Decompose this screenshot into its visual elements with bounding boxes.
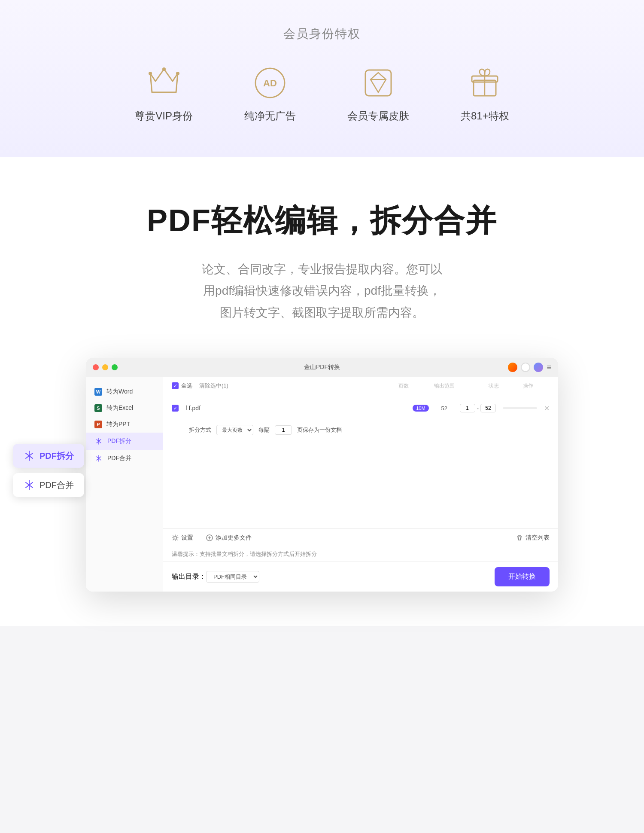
avatar-2 [521,363,530,372]
window-actions: ≡ [508,363,551,372]
output-label: 输出目录： [172,572,206,581]
check-mark: ✓ [173,383,177,389]
sidebar-item-ppt[interactable]: P 转为PPT [86,416,163,433]
window-controls [93,364,118,370]
membership-icons: 尊贵VIP身份 AD 纯净无广告 会员专属皮肤 [135,64,509,123]
ad-icon: AD [253,66,287,100]
file-status [503,407,537,409]
sidebar-item-word[interactable]: W 转为Word [86,384,163,400]
sidebar-item-split[interactable]: PDF拆分 [86,433,163,450]
file-checkbox[interactable]: ✓ [172,405,179,412]
pdf-main-title: PDF轻松编辑，拆分合并 [147,200,497,241]
subtitle-line2: 用pdf编辑快速修改错误内容，pdf批量转换， [202,280,442,302]
hint-bar: 温馨提示：支持批量文档拆分，请选择拆分方式后开始拆分 [163,547,558,561]
bottom-actions: 设置 添加更多文件 [172,534,252,542]
clear-icon [516,534,523,541]
toolbar: ✓ 全选 清除选中(1) 页数 输出范围 状态 操作 [163,377,558,395]
split-method-select[interactable]: 最大页数 [216,425,253,435]
gift-icon-wrap [465,64,504,102]
ad-icon-wrap: AD [251,64,289,102]
menu-icon[interactable]: ≡ [547,363,551,372]
sidebar-split-label: PDF拆分 [107,437,131,445]
crown-icon [147,66,181,100]
file-name: f f.pdf [185,405,406,412]
sidebar-split-icon [94,437,103,445]
word-icon: W [94,388,102,396]
avatar-3 [534,363,543,372]
membership-item-skin: 会员专属皮肤 [347,64,409,123]
membership-item-vip: 尊贵VIP身份 [135,64,193,123]
select-all-checkbox[interactable]: ✓ [172,382,179,389]
col-ops-header: 操作 [515,382,541,390]
range-from-input[interactable] [460,404,475,412]
interval-label: 每隔 [258,426,270,434]
diamond-icon-wrap [359,64,398,102]
close-window-btn[interactable] [93,364,99,370]
start-convert-button[interactable]: 开始转换 [495,567,550,586]
output-select[interactable]: PDF相同目录 [206,571,259,583]
file-remove-btn[interactable]: ✕ [544,404,550,412]
avatar-1 [508,363,517,372]
svg-point-2 [162,67,166,71]
output-row: 输出目录： PDF相同目录 开始转换 [163,561,558,592]
add-files-label: 添加更多文件 [216,534,252,542]
floating-merge[interactable]: PDF合并 [13,473,84,497]
floating-split[interactable]: PDF拆分 [13,444,84,468]
membership-item-privileges: 共81+特权 [461,64,509,123]
ad-label: 纯净无广告 [244,109,296,123]
split-method-label: 拆分方式 [189,426,211,434]
table-row: ✓ f f.pdf 10M 52 - ✕ [172,400,550,417]
select-all-label[interactable]: ✓ 全选 [172,382,192,390]
settings-action[interactable]: 设置 [172,534,193,542]
save-label: 页保存为一份文档 [297,426,342,434]
sidebar-excel-label: 转为Excel [106,404,133,412]
file-check-mark: ✓ [173,406,177,411]
add-files-action[interactable]: 添加更多文件 [206,534,252,542]
subtitle-line1: 论文、合同改字，专业报告提取内容。您可以 [202,259,442,280]
add-files-icon [206,534,213,541]
sidebar: W 转为Word S 转为Excel P 转为PPT [86,377,163,592]
svg-marker-8 [371,73,386,92]
floating-merge-label: PDF合并 [39,479,74,491]
svg-marker-0 [150,69,178,92]
status-bar [503,407,537,409]
clear-selected-btn[interactable]: 清除选中(1) [199,382,228,390]
diamond-icon [361,66,395,100]
file-pages: 52 [436,405,453,412]
pdf-subtitle: 论文、合同改字，专业报告提取内容。您可以 用pdf编辑快速修改错误内容，pdf批… [202,259,442,323]
clear-list-label: 清空列表 [526,534,550,542]
settings-label: 设置 [181,534,193,542]
main-content: ✓ 全选 清除选中(1) 页数 输出范围 状态 操作 [163,377,558,592]
sidebar-merge-icon [94,454,103,463]
svg-text:AD: AD [263,78,277,88]
sidebar-ppt-label: 转为PPT [106,421,130,428]
app-window: PDF拆分 PDF合并 金山PDF转换 [86,358,558,592]
minimize-window-btn[interactable] [102,364,108,370]
svg-point-13 [174,537,176,539]
column-headers: 页数 输出范围 状态 操作 [391,382,550,390]
sidebar-item-excel[interactable]: S 转为Excel [86,400,163,416]
settings-icon [172,534,179,541]
split-icon [23,450,35,462]
content-spacer [163,439,558,528]
window-title: 金山PDF转换 [304,363,340,371]
svg-point-3 [176,72,179,75]
sidebar-item-merge[interactable]: PDF合并 [86,450,163,467]
vip-label: 尊贵VIP身份 [135,109,193,123]
select-all-text: 全选 [181,382,192,390]
file-size-badge: 10M [413,405,428,412]
ppt-icon: P [94,421,102,428]
skin-label: 会员专属皮肤 [347,109,409,123]
interval-input[interactable] [275,425,292,435]
maximize-window-btn[interactable] [112,364,118,370]
range-to-input[interactable] [480,404,496,412]
window-titlebar: 金山PDF转换 ≡ [86,358,558,377]
window-body: W 转为Word S 转为Excel P 转为PPT [86,377,558,592]
col-pages-header: 页数 [391,382,416,390]
split-settings: 拆分方式 最大页数 每隔 页保存为一份文档 [163,421,558,439]
excel-icon: S [94,404,102,412]
floating-sidebar: PDF拆分 PDF合并 [13,444,84,497]
clear-list-action[interactable]: 清空列表 [516,534,550,542]
sidebar-merge-label: PDF合并 [107,455,131,462]
svg-point-4 [149,72,152,75]
